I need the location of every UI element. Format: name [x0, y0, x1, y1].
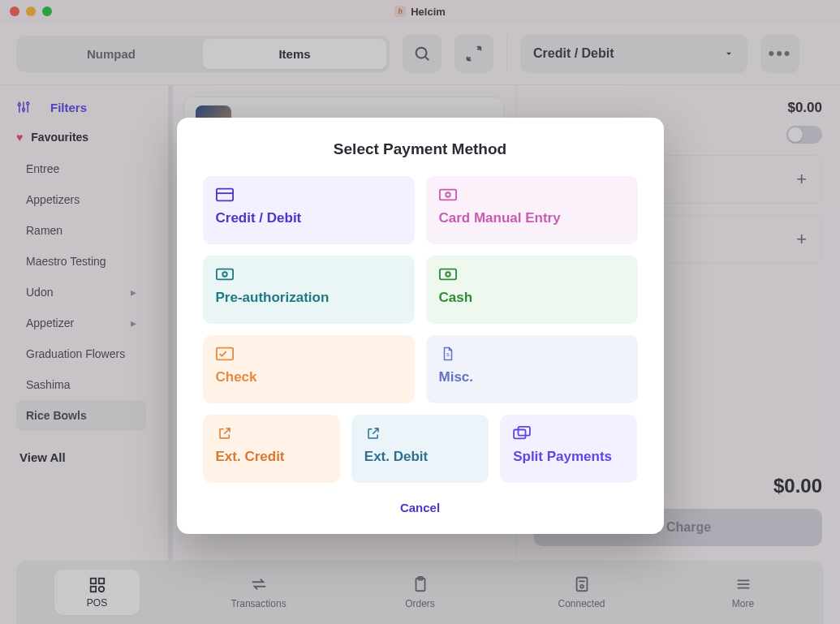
cash-icon — [439, 267, 457, 282]
payment-method-misc[interactable]: $ Misc. — [426, 335, 638, 403]
payment-method-label: Ext. Credit — [216, 449, 327, 465]
split-icon — [513, 426, 531, 441]
modal-overlay[interactable]: Select Payment Method Credit / Debit Car… — [0, 0, 840, 624]
payment-method-preauth[interactable]: Pre-authorization — [203, 256, 415, 324]
payment-method-card-manual[interactable]: Card Manual Entry — [426, 176, 638, 244]
payment-method-label: Card Manual Entry — [439, 210, 625, 226]
payment-method-check[interactable]: Check — [203, 335, 415, 403]
check-icon — [216, 346, 234, 361]
svg-rect-24 — [439, 190, 455, 200]
payment-method-label: Split Payments — [513, 449, 624, 465]
svg-rect-26 — [216, 269, 232, 280]
external-icon — [216, 426, 234, 441]
payment-method-label: Pre-authorization — [216, 290, 402, 306]
payment-method-label: Ext. Debit — [364, 449, 476, 465]
payment-method-split[interactable]: Split Payments — [500, 415, 637, 483]
svg-point-29 — [446, 272, 450, 277]
cash-icon — [439, 187, 457, 202]
payment-method-ext-debit[interactable]: Ext. Debit — [351, 415, 489, 483]
svg-rect-28 — [439, 269, 455, 280]
payment-method-label: Cash — [439, 290, 625, 306]
svg-rect-22 — [216, 189, 232, 201]
payment-method-ext-credit[interactable]: Ext. Credit — [203, 415, 340, 483]
card-icon — [216, 187, 234, 202]
payment-method-label: Check — [216, 369, 402, 385]
payment-method-cash[interactable]: Cash — [426, 256, 638, 324]
svg-point-27 — [222, 272, 227, 277]
payment-method-credit-debit[interactable]: Credit / Debit — [203, 176, 415, 244]
modal-title: Select Payment Method — [203, 140, 638, 158]
svg-point-25 — [446, 192, 450, 197]
payment-method-modal: Select Payment Method Credit / Debit Car… — [177, 118, 664, 534]
document-icon: $ — [439, 346, 457, 361]
payment-method-label: Credit / Debit — [216, 210, 402, 226]
payment-method-label: Misc. — [439, 369, 625, 385]
external-icon — [364, 426, 382, 441]
svg-rect-32 — [514, 430, 525, 439]
svg-text:$: $ — [446, 352, 450, 357]
modal-cancel-button[interactable]: Cancel — [203, 501, 638, 514]
svg-rect-33 — [519, 427, 530, 436]
cash-icon — [216, 267, 234, 282]
